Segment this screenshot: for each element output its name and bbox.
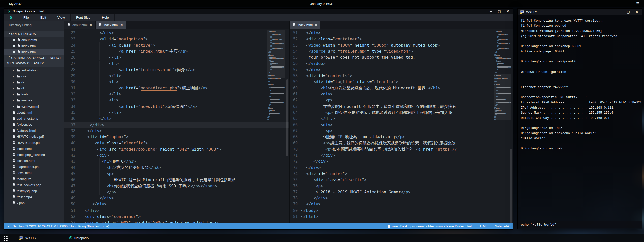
close-icon[interactable]: ✖ [12,44,16,48]
code-line[interactable]: 75 <div class="clearfix"> [290,177,513,183]
code-area-right[interactable]: 51 </div>52 <div class="container">53 <v… [290,29,513,223]
tree-folder[interactable]: ▸dl [4,85,64,91]
menu-file[interactable]: File [18,14,35,21]
tree-file[interactable]: index.php_disabled [4,152,64,158]
code-line[interactable]: 35 </li> [64,110,289,116]
code-line[interactable]: 79 </div> [290,201,513,207]
tree-file[interactable]: index.html [4,146,64,152]
tree-file[interactable]: location.html [4,158,64,164]
code-line[interactable]: 61 <div> [290,91,513,97]
menu-edit[interactable]: Edit [35,14,52,21]
close-icon[interactable]: ✖ [315,23,317,27]
code-line[interactable]: 58 <div id="contents"> [290,73,513,79]
open-editor-item[interactable]: ✖index.html [4,49,64,55]
status-mode-badge[interactable]: HTML [479,224,487,228]
tree-file[interactable]: HKWTC notice.pdf [4,133,64,140]
code-line[interactable]: 81</html> [290,214,513,220]
tree-file[interactable]: trailer.mp4 [4,194,64,200]
minimize-button[interactable]: – [616,9,624,15]
tree-folder[interactable]: ▸dc [4,79,64,85]
code-line[interactable]: 63 在香港的Minecraft 伺服器中，多為小遊戲和純生存的伺服器，較少擁有 [290,103,513,110]
code-line[interactable]: 50 </div> [64,201,289,207]
code-line[interactable]: 78 </div> [290,195,513,201]
code-line[interactable]: 45 <p> [64,171,289,177]
code-line[interactable]: 22 </div> [64,30,289,36]
tree-folder[interactable]: ▸css [4,73,64,79]
code-line[interactable]: 42 <div> [64,152,289,158]
code-line[interactable]: 29 </li> [64,73,289,79]
tree-folder[interactable]: ▸fonts [4,91,64,97]
code-line[interactable]: 46 HKWTC 是一個 Minecraft 的建築伺服器，主要建築計劃包括鐵路 [64,177,289,183]
terminal-input[interactable]: echo "Hello World" [518,221,642,228]
app-grid-icon[interactable] [3,236,8,241]
code-line[interactable]: 53 <video width="100%" height="500px" au… [64,220,289,223]
code-line[interactable]: 69 <p>請注意，我們的伺服器為確保玩家及遊玩時的質素，我們對的服器開啟 [290,140,513,146]
close-icon[interactable]: ✖ [12,38,16,42]
tab-index.html[interactable]: index.html✖ [96,21,126,29]
open-editors-section[interactable]: ▾OPEN EDITORS [4,31,64,37]
tree-file[interactable]: about.html [4,109,64,115]
code-line[interactable]: 51 </div> [290,30,513,36]
maximize-button[interactable]: ▢ [624,9,633,15]
code-line[interactable]: 34 <a href="news.html">玩家傳送門</a> [64,103,289,110]
code-line[interactable]: 39 <div id="topbox"> [64,134,289,140]
code-area-left[interactable]: 22 </div>23 <ul id="navigation">24 <li c… [64,29,289,223]
close-icon[interactable]: ✖ [12,50,16,54]
code-line[interactable]: 67 <p> [290,128,513,134]
menu-logo-cell[interactable]: S [4,14,18,21]
code-line[interactable]: 31 <a href="mapredirect.php">網上地圖</a> [64,85,289,91]
code-line[interactable]: 65 </div> [290,116,513,122]
code-line[interactable]: 51 </div> [64,208,289,214]
tree-file[interactable]: teabag.7z [4,176,64,182]
hamburger-menu-icon[interactable]: ☰ [634,0,641,7]
tree-file[interactable]: HKWTC rule.pdf [4,140,64,146]
code-line[interactable]: 47 <b>你知道我們全線伺服器已轉用 SSD 了嗎？</b></span> [64,183,289,189]
wstty-titlebar[interactable]: WsTTY – ▢ ✕ [518,9,642,15]
tree-file[interactable]: testmysql.php [4,188,64,194]
code-line[interactable]: 66 <div> [290,122,513,128]
taskbar-item-wstty[interactable]: WsTTY [15,234,66,242]
code-line[interactable]: 64 <p> 即使你不是建築師，你也能透過紅石師或鐵路工程師的身份加入我 [290,110,513,116]
code-line[interactable]: 41 <img src="images/box.png" height="342… [64,146,289,152]
code-line[interactable]: 36 </ul> [64,116,289,122]
code-line[interactable]: 55 Your browser does not support the vid… [290,54,513,60]
menu-help[interactable]: Help [96,14,115,21]
tree-file[interactable]: x.php [4,200,64,206]
status-file-path[interactable]: user:/Desktop/screenshot/test/www cleane… [387,224,472,228]
notepada-titlebar[interactable]: S NotepadA - index.html – ▢ ✕ [4,9,513,14]
code-line[interactable]: 52 <div class="container"> [64,214,289,220]
tree-file[interactable]: test_sockets.php [4,182,64,188]
code-line[interactable]: 48 </p> [64,189,289,195]
open-editor-item[interactable]: ✖about.html [4,37,64,43]
code-line[interactable]: 71 </div> [290,152,513,158]
scrollbar-thumb[interactable] [510,149,512,223]
tree-folder[interactable]: ▸autostation [4,67,64,73]
code-line[interactable]: 68 伺服器 IP 地址為： mcs.hkwtc.org</p> [290,134,513,140]
code-line[interactable]: 24 <li class="active"> [64,42,289,48]
code-line[interactable]: 40 <div class="clearfix"> [64,140,289,146]
tree-folder[interactable]: ▸yamiyamimi [4,103,64,109]
tree-folder[interactable]: ▸images [4,97,64,103]
tree-file[interactable]: mapredirect.php [4,164,64,170]
status-app-badge[interactable]: NotepadA [495,224,509,228]
code-line[interactable]: 33 <li> [64,97,289,103]
code-line[interactable]: 23 <ul id="navigation"> [64,36,289,42]
code-line[interactable]: 26 </li> [64,54,289,60]
code-line[interactable]: 49 </div> [64,195,289,201]
close-icon[interactable]: ✖ [120,23,123,27]
menu-view[interactable]: View [52,14,71,21]
workspace-root[interactable]: ▾USER:/DESKTOP/SCREENSHOT/TEST/WWW CLEAN… [4,55,64,67]
code-line[interactable]: 56 </video> [290,61,513,67]
code-line[interactable]: 44 <h2>香港的建築伺服器</h2> [64,165,289,171]
code-line[interactable]: 77 © 2018 - 2019 HKWTC Animation Gamer</… [290,189,513,195]
code-line[interactable]: 76 <p> [290,183,513,189]
tab-about.html[interactable]: about.html✖ [64,21,96,29]
code-line[interactable]: 59 <div id="tagline" class="clearfix"> [290,79,513,85]
code-line[interactable]: 54 <source src="trailer.mp4" type="video… [290,48,513,54]
code-line[interactable]: 72 </div> [290,158,513,164]
code-line[interactable]: 32 </li> [64,91,289,97]
maximize-button[interactable]: ▢ [495,9,504,14]
code-line[interactable]: 80</body> [290,208,513,214]
code-line[interactable]: 28 <a href="features.html">簡介</a> [64,67,289,73]
scrollbar-thumb[interactable] [286,79,288,156]
